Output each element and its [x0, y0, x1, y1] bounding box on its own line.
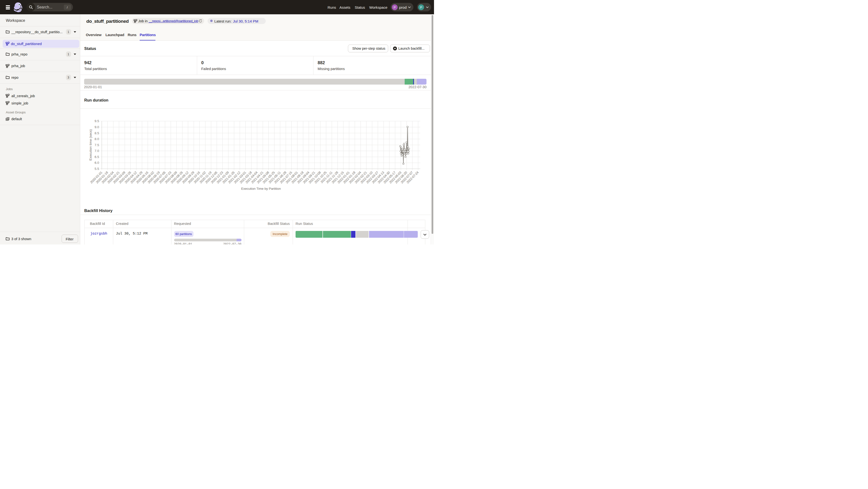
svg-text:9.5: 9.5: [94, 119, 99, 123]
svg-text:6.5: 6.5: [94, 155, 99, 159]
svg-text:6.0: 6.0: [94, 161, 99, 165]
svg-text:8.5: 8.5: [94, 131, 99, 135]
svg-text:7.0: 7.0: [94, 149, 99, 153]
svg-text:7.5: 7.5: [94, 143, 99, 146]
svg-text:Execution time (secs): Execution time (secs): [89, 129, 92, 160]
svg-text:9.0: 9.0: [94, 125, 99, 129]
svg-text:8.0: 8.0: [94, 137, 99, 141]
svg-text:5.5: 5.5: [94, 167, 99, 171]
svg-text:Execution Time by Partition: Execution Time by Partition: [241, 187, 281, 190]
